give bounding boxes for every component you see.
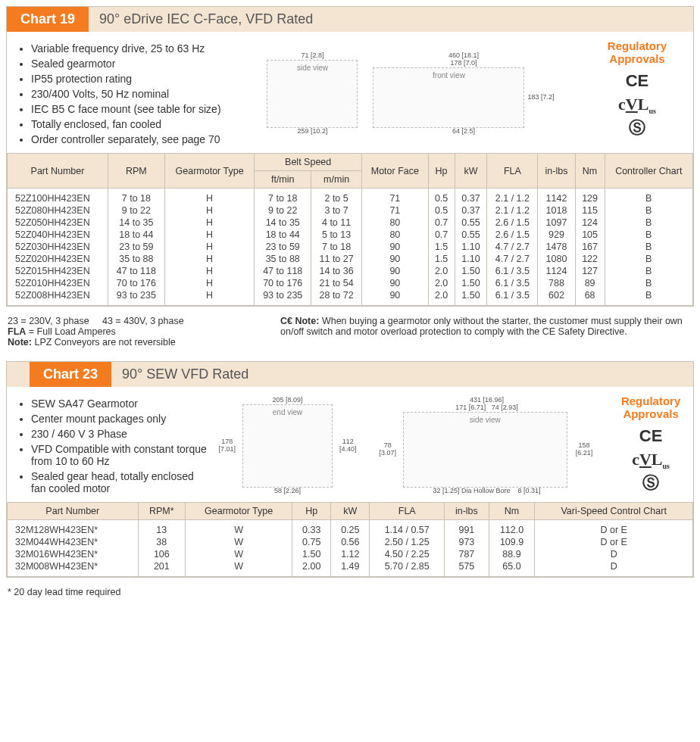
cell-kw: 0.37 bbox=[455, 204, 487, 217]
cell-part: 32M128WH423EN* bbox=[8, 520, 139, 537]
cell-hp: 0.33 bbox=[292, 520, 331, 537]
table-row: 52Z015HH423EN47 to 118H47 to 11814 to 36… bbox=[8, 265, 693, 277]
cell-inlbs: 575 bbox=[445, 560, 489, 577]
cell-nm: 129 bbox=[575, 189, 605, 205]
th-face: Motor Face bbox=[362, 154, 429, 189]
cell-hp: 2.0 bbox=[428, 277, 455, 289]
chart-23-footnote: * 20 day lead time required bbox=[8, 587, 694, 597]
cell-rpm: 7 to 18 bbox=[108, 189, 164, 205]
chart-19-block: Chart 19 90° eDrive IEC C-Face, VFD Rate… bbox=[6, 6, 694, 307]
cell-cc: B bbox=[605, 241, 692, 253]
cell-gtype: W bbox=[186, 536, 292, 548]
ul-mark-icon: cVLus bbox=[592, 93, 683, 117]
th-belt-m: m/min bbox=[311, 171, 362, 189]
cell-cc: B bbox=[605, 229, 692, 241]
sew-gearmotor-end-view-icon: end view bbox=[242, 404, 332, 488]
cell-hp: 0.75 bbox=[292, 536, 331, 548]
cell-rpm: 201 bbox=[138, 560, 185, 577]
table-row: 52Z008HH423EN93 to 235H93 to 23528 to 72… bbox=[8, 289, 693, 306]
cell-cc: B bbox=[605, 265, 692, 277]
ul-mark-icon: cVLus bbox=[605, 448, 696, 472]
chart-19-diagram-left: 71 [2.8] side view 259 [10.2] bbox=[267, 52, 358, 136]
th-fla: FLA bbox=[487, 154, 538, 189]
cell-nm: 89 bbox=[575, 277, 605, 289]
dim-58: 58 [2.26] bbox=[214, 488, 361, 495]
chart-23-body: SEW SA47 GearmotorCenter mount packages … bbox=[7, 387, 693, 502]
table-row: 52Z020HH423EN35 to 88H35 to 8811 to 2790… bbox=[8, 253, 693, 265]
cell-kw: 1.50 bbox=[455, 289, 487, 306]
cell-nm: 127 bbox=[575, 265, 605, 277]
table-row: 52Z080HH423EN9 to 22H9 to 223 to 7710.50… bbox=[8, 204, 693, 217]
cell-cc: B bbox=[605, 253, 692, 265]
cell-ft: 35 to 88 bbox=[255, 253, 311, 265]
th-nm: Nm bbox=[575, 154, 605, 189]
regulatory-title: Regulatory Approvals bbox=[605, 394, 696, 420]
cell-part: 32M016WH423EN* bbox=[8, 548, 139, 560]
cell-inlbs: 787 bbox=[445, 548, 489, 560]
th-inlbs: in-lbs bbox=[538, 154, 575, 189]
cell-fla: 4.7 / 2.7 bbox=[487, 253, 538, 265]
chart-23-table: Part Number RPM* Gearmotor Type Hp kW FL… bbox=[7, 502, 693, 577]
cell-face: 80 bbox=[362, 229, 429, 241]
cell-face: 90 bbox=[362, 289, 429, 306]
chart-23-header: Chart 23 90° SEW VFD Rated bbox=[7, 362, 693, 387]
cell-hp: 2.00 bbox=[292, 560, 331, 577]
cell-kw: 1.10 bbox=[455, 253, 487, 265]
bullet-item: 230 / 460 V 3 Phase bbox=[31, 428, 207, 440]
cell-kw: 1.50 bbox=[455, 265, 487, 277]
note-fla: FLA = FLA = Full Load AmperesFull Load A… bbox=[8, 326, 250, 337]
cell-nm: 88.9 bbox=[489, 548, 535, 560]
csa-mark-icon: Ⓢ bbox=[605, 472, 696, 495]
cell-gtype: W bbox=[186, 520, 292, 537]
cell-part: 52Z040HH423EN bbox=[8, 229, 108, 241]
th-nm: Nm bbox=[489, 503, 535, 520]
dim-8: 8 [0.31] bbox=[518, 487, 541, 494]
cell-inlbs: 1097 bbox=[538, 217, 575, 229]
sew-gearmotor-side-view-icon: side view bbox=[403, 412, 567, 488]
cell-cc: B bbox=[605, 217, 692, 229]
chart-23-bullets: SEW SA47 GearmotorCenter mount packages … bbox=[17, 394, 207, 497]
cell-kw: 0.55 bbox=[455, 229, 487, 241]
cell-nm: 68 bbox=[575, 289, 605, 306]
cell-gtype: H bbox=[164, 241, 254, 253]
cell-ft: 23 to 59 bbox=[255, 241, 311, 253]
cell-part: 52Z020HH423EN bbox=[8, 253, 108, 265]
chart-19-body: Variable frequency drive, 25 to 63 HzSea… bbox=[7, 32, 693, 153]
cell-gtype: W bbox=[186, 548, 292, 560]
cell-rpm: 18 to 44 bbox=[108, 229, 164, 241]
cell-rpm: 106 bbox=[138, 548, 185, 560]
cell-nm: 65.0 bbox=[489, 560, 535, 577]
chart-19-table: Part Number RPM Gearmotor Type Belt Spee… bbox=[7, 153, 693, 306]
cell-ft: 70 to 176 bbox=[255, 277, 311, 289]
th-cc: Vari-Speed Control Chart bbox=[535, 503, 693, 520]
cell-inlbs: 1080 bbox=[538, 253, 575, 265]
th-fla: FLA bbox=[370, 503, 445, 520]
cell-hp: 0.7 bbox=[428, 217, 455, 229]
cell-gtype: H bbox=[164, 217, 254, 229]
cell-fla: 5.70 / 2.85 bbox=[370, 560, 445, 577]
chart-23-diagram-area: 205 [8.09] 178 [7.01] end view 112 [4.40… bbox=[214, 394, 598, 497]
th-belt-ft: ft/min bbox=[255, 171, 311, 189]
cell-ft: 47 to 118 bbox=[255, 265, 311, 277]
cell-gtype: H bbox=[164, 265, 254, 277]
chart-19-notes: 23 = 230V, 3 phase 43 = 430V, 3 phase FL… bbox=[8, 316, 692, 348]
table-row: 32M016WH423EN*106W1.501.124.50 / 2.25787… bbox=[8, 548, 693, 560]
th-inlbs: in-lbs bbox=[445, 503, 489, 520]
table-row: 52Z050HH423EN14 to 35H14 to 354 to 11800… bbox=[8, 217, 693, 229]
cell-kw: 0.55 bbox=[455, 217, 487, 229]
dim-259: 259 [10.2] bbox=[267, 128, 358, 136]
cell-m: 11 to 27 bbox=[311, 253, 362, 265]
notes-left: 23 = 230V, 3 phase 43 = 430V, 3 phase FL… bbox=[8, 316, 250, 348]
cell-inlbs: 991 bbox=[445, 520, 489, 537]
cell-part: 32M008WH423EN* bbox=[8, 560, 139, 577]
cell-ft: 18 to 44 bbox=[255, 229, 311, 241]
cell-cc: D bbox=[535, 560, 693, 577]
cell-part: 32M044WH423EN* bbox=[8, 536, 139, 548]
cell-rpm: 47 to 118 bbox=[108, 265, 164, 277]
th-hp: Hp bbox=[292, 503, 331, 520]
ce-mark-icon: CE bbox=[592, 70, 683, 93]
cell-kw: 0.25 bbox=[331, 520, 370, 537]
cell-cc: D or E bbox=[535, 536, 693, 548]
cell-fla: 2.1 / 1.2 bbox=[487, 189, 538, 205]
csa-mark-icon: Ⓢ bbox=[592, 117, 683, 140]
